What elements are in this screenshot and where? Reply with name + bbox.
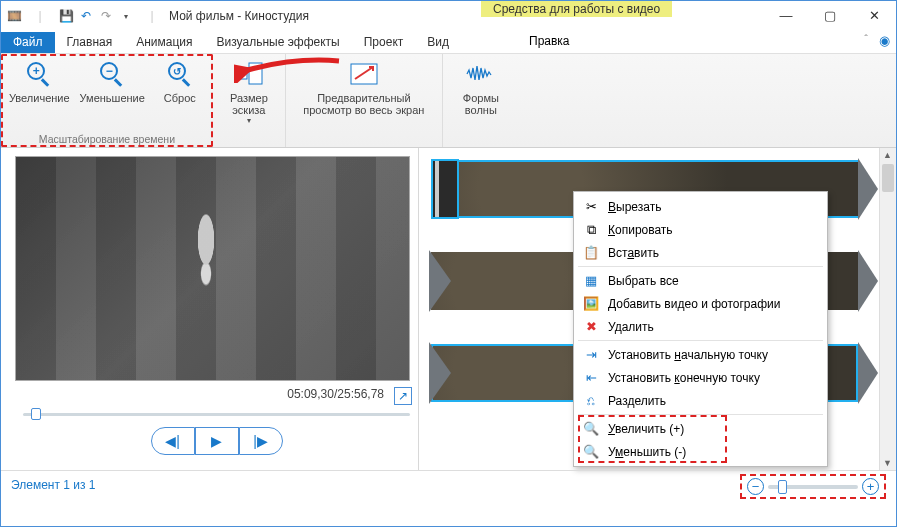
add-media-icon: 🖼️ bbox=[582, 295, 600, 313]
scissors-icon: ✂ bbox=[582, 198, 600, 216]
copy-icon: ⧉ bbox=[582, 221, 600, 239]
menu-add-media[interactable]: 🖼️Добавить видео и фотографии bbox=[574, 292, 827, 315]
zoom-out-status-button[interactable]: − bbox=[747, 478, 764, 495]
menu-select-all[interactable]: ▦Выбрать все bbox=[574, 269, 827, 292]
video-preview[interactable] bbox=[15, 156, 410, 381]
menu-paste[interactable]: 📋Вставить bbox=[574, 241, 827, 264]
title-bar: 🎞️ | 💾 ↶ ↷ ▾ | Мой фильм - Киностудия Ср… bbox=[1, 1, 896, 31]
menu-split[interactable]: ⎌Разделить bbox=[574, 389, 827, 412]
redo-icon[interactable]: ↷ bbox=[97, 7, 115, 25]
menu-set-start[interactable]: ⇥Установить начальную точку bbox=[574, 343, 827, 366]
tab-animation[interactable]: Анимация bbox=[124, 32, 204, 53]
zoom-reset-label: Сброс bbox=[164, 92, 196, 104]
zoom-slider-group: − + bbox=[740, 474, 886, 499]
tab-home[interactable]: Главная bbox=[55, 32, 125, 53]
set-end-icon: ⇤ bbox=[582, 369, 600, 387]
ribbon-tabs: Файл Главная Анимация Визуальные эффекты… bbox=[1, 31, 896, 53]
waveform-icon bbox=[465, 58, 497, 90]
ribbon-group-preview: Предварительный просмотр во весь экран bbox=[286, 54, 443, 147]
fullscreen-preview-icon bbox=[348, 58, 380, 90]
save-icon[interactable]: 💾 bbox=[57, 7, 75, 25]
playback-controls: ◀| ▶ |▶ bbox=[15, 427, 418, 455]
ribbon-group-waveform: Формы волны bbox=[443, 54, 519, 147]
zoom-in-status-button[interactable]: + bbox=[862, 478, 879, 495]
menu-delete[interactable]: ✖Удалить bbox=[574, 315, 827, 338]
menu-set-end[interactable]: ⇤Установить конечную точку bbox=[574, 366, 827, 389]
menu-cut[interactable]: ✂Вырезать bbox=[574, 195, 827, 218]
ribbon-group-zoom: + Увеличение − Уменьшение ↺ Сброс Масшта… bbox=[1, 54, 213, 147]
status-element-count: Элемент 1 из 1 bbox=[11, 478, 96, 492]
play-button[interactable]: ▶ bbox=[195, 427, 239, 455]
minimize-button[interactable]: — bbox=[764, 1, 808, 29]
fullscreen-preview-button[interactable]: Предварительный просмотр во весь экран bbox=[294, 58, 434, 116]
svg-rect-1 bbox=[249, 63, 262, 84]
zoom-in-icon: 🔍 bbox=[582, 420, 600, 438]
svg-rect-0 bbox=[236, 68, 247, 79]
delete-icon: ✖ bbox=[582, 318, 600, 336]
status-bar: Элемент 1 из 1 − + bbox=[1, 470, 896, 498]
qat-dropdown-icon[interactable]: ▾ bbox=[117, 7, 135, 25]
close-button[interactable]: ✕ bbox=[852, 1, 896, 29]
tab-project[interactable]: Проект bbox=[352, 32, 416, 53]
undo-icon[interactable]: ↶ bbox=[77, 7, 95, 25]
app-icon: 🎞️ bbox=[5, 7, 23, 25]
menu-zoom-in[interactable]: 🔍Увеличить (+) bbox=[574, 417, 827, 440]
zoom-out-icon: 🔍 bbox=[582, 443, 600, 461]
zoom-reset-button[interactable]: ↺ Сброс bbox=[155, 58, 205, 104]
zoom-in-button[interactable]: + Увеличение bbox=[9, 58, 70, 104]
thumbnail-size-button[interactable]: Размер эскиза ▾ bbox=[221, 58, 277, 125]
set-start-icon: ⇥ bbox=[582, 346, 600, 364]
ribbon: + Увеличение − Уменьшение ↺ Сброс Масшта… bbox=[1, 53, 896, 148]
ribbon-group-thumb: Размер эскиза ▾ bbox=[213, 54, 286, 147]
select-all-icon: ▦ bbox=[582, 272, 600, 290]
context-menu: ✂Вырезать ⧉Копировать 📋Вставить ▦Выбрать… bbox=[573, 191, 828, 467]
zoom-in-label: Увеличение bbox=[9, 92, 70, 104]
fullscreen-icon[interactable]: ↗ bbox=[394, 387, 412, 405]
seek-slider[interactable] bbox=[23, 407, 410, 421]
zoom-out-label: Уменьшение bbox=[80, 92, 145, 104]
clipboard-icon: 📋 bbox=[582, 244, 600, 262]
menu-zoom-out[interactable]: 🔍Уменьшить (-) bbox=[574, 440, 827, 463]
zoom-slider[interactable] bbox=[768, 485, 858, 489]
preview-pane: 05:09,30/25:56,78 ↗ ◀| ▶ |▶ bbox=[1, 148, 418, 470]
thumbnail-size-icon bbox=[233, 58, 265, 90]
maximize-button[interactable]: ▢ bbox=[808, 1, 852, 29]
prev-frame-button[interactable]: ◀| bbox=[151, 427, 195, 455]
tab-view[interactable]: Вид bbox=[415, 32, 461, 53]
menu-copy[interactable]: ⧉Копировать bbox=[574, 218, 827, 241]
split-icon: ⎌ bbox=[582, 392, 600, 410]
window-title: Мой фильм - Киностудия bbox=[169, 9, 309, 23]
next-frame-button[interactable]: |▶ bbox=[239, 427, 283, 455]
vertical-scrollbar[interactable] bbox=[879, 148, 896, 470]
contextual-tab-label: Средства для работы с видео bbox=[481, 1, 672, 17]
tab-file[interactable]: Файл bbox=[1, 32, 55, 53]
tab-edit[interactable]: Правка bbox=[511, 34, 588, 48]
ribbon-group-zoom-label: Масштабирование времени bbox=[39, 129, 175, 145]
help-icon[interactable]: ◉ bbox=[879, 33, 890, 48]
tab-effects[interactable]: Визуальные эффекты bbox=[205, 32, 352, 53]
collapse-ribbon-icon[interactable]: ˆ bbox=[864, 33, 868, 45]
zoom-out-button[interactable]: − Уменьшение bbox=[80, 58, 145, 104]
waveforms-button[interactable]: Формы волны bbox=[451, 58, 511, 116]
timecode: 05:09,30/25:56,78 bbox=[287, 387, 384, 405]
